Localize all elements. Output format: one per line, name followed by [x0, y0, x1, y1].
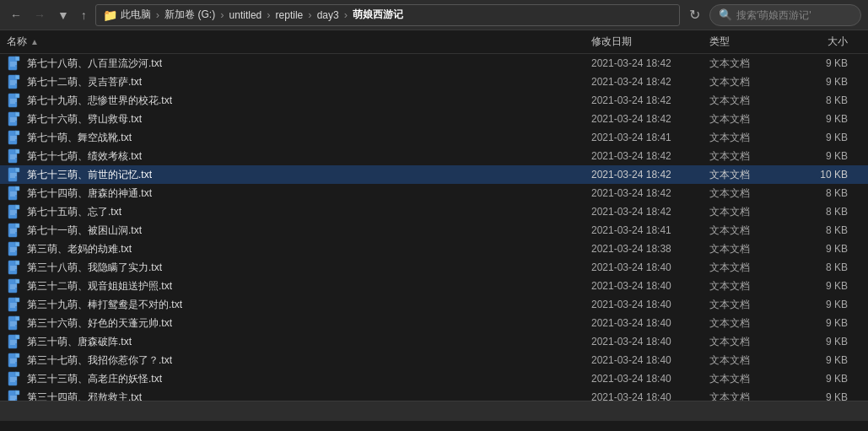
forward-button[interactable]: →: [30, 7, 49, 24]
table-row[interactable]: 第三十三萌、高老庄的妖怪.txt 2021-03-24 18:40 文本文档 9…: [0, 369, 868, 388]
table-row[interactable]: 第三萌、老妈的劫难.txt 2021-03-24 18:38 文本文档 9 KB: [0, 240, 868, 258]
table-row[interactable]: 第七十六萌、劈山救母.txt 2021-03-24 18:42 文本文档 9 K…: [0, 110, 868, 128]
file-type-icon: [7, 353, 22, 368]
recent-locations-button[interactable]: ▼: [54, 7, 73, 24]
breadcrumb-untitled: untitled: [229, 9, 262, 21]
file-type-icon: [7, 260, 22, 275]
col-type-header[interactable]: 类型: [709, 35, 794, 49]
table-row[interactable]: 第七十八萌、八百里流沙河.txt 2021-03-24 18:42 文本文档 9…: [0, 54, 868, 73]
file-type: 文本文档: [709, 186, 794, 201]
file-date: 2021-03-24 18:42: [591, 76, 709, 88]
file-name: 第三十九萌、棒打鸳鸯是不对的.txt: [27, 298, 591, 312]
table-row[interactable]: 第三十七萌、我招你惹你了？.txt 2021-03-24 18:40 文本文档 …: [0, 351, 868, 369]
file-date: 2021-03-24 18:42: [591, 187, 709, 199]
file-type: 文本文档: [709, 94, 794, 108]
file-type: 文本文档: [709, 57, 794, 71]
navbar: ← → ▼ ↑ 📁 此电脑 › 新加卷 (G:) › untitled › re…: [0, 0, 868, 30]
file-type-icon: [7, 204, 22, 219]
table-row[interactable]: 第七十四萌、唐森的神通.txt 2021-03-24 18:42 文本文档 8 …: [0, 184, 868, 202]
table-row[interactable]: 第三十四萌、邪敖救主.txt 2021-03-24 18:40 文本文档 9 K…: [0, 388, 868, 401]
file-size: 9 KB: [794, 113, 861, 125]
svg-rect-1: [15, 57, 19, 61]
file-type-icon: [7, 130, 22, 145]
svg-rect-41: [15, 205, 19, 209]
table-row[interactable]: 第三十八萌、我隐瞒了实力.txt 2021-03-24 18:40 文本文档 8…: [0, 258, 868, 277]
file-date: 2021-03-24 18:42: [591, 169, 709, 180]
refresh-button[interactable]: ↻: [685, 5, 704, 24]
svg-rect-11: [15, 94, 19, 98]
file-size: 9 KB: [794, 76, 861, 88]
file-date: 2021-03-24 18:40: [591, 261, 709, 273]
file-date: 2021-03-24 18:40: [591, 299, 709, 310]
file-type-icon: [7, 111, 22, 127]
file-name: 第三十二萌、观音姐姐送护照.txt: [27, 279, 591, 294]
file-type: 文本文档: [709, 131, 794, 145]
svg-rect-56: [15, 261, 19, 265]
file-size: 9 KB: [794, 280, 861, 292]
col-date-header[interactable]: 修改日期: [591, 35, 709, 49]
file-date: 2021-03-24 18:40: [591, 336, 709, 347]
file-type: 文本文档: [709, 75, 794, 89]
file-size: 9 KB: [794, 299, 861, 310]
file-name: 第三萌、老妈的劫难.txt: [27, 242, 591, 256]
file-type-icon: [7, 74, 22, 89]
table-row[interactable]: 第七十一萌、被困山洞.txt 2021-03-24 18:41 文本文档 8 K…: [0, 221, 868, 240]
file-rows-container: 第七十八萌、八百里流沙河.txt 2021-03-24 18:42 文本文档 9…: [0, 54, 868, 401]
search-bar[interactable]: 🔍: [709, 4, 861, 26]
file-type-icon: [7, 334, 22, 349]
file-type-icon: [7, 148, 22, 164]
svg-rect-6: [15, 75, 19, 79]
table-row[interactable]: 第七十五萌、忘了.txt 2021-03-24 18:42 文本文档 8 KB: [0, 202, 868, 221]
file-date: 2021-03-24 18:40: [591, 373, 709, 385]
file-size: 8 KB: [794, 94, 861, 106]
table-row[interactable]: 第三十九萌、棒打鸳鸯是不对的.txt 2021-03-24 18:40 文本文档…: [0, 295, 868, 314]
col-size-header[interactable]: 大小: [794, 35, 861, 49]
file-size: 8 KB: [794, 224, 861, 236]
svg-rect-86: [15, 372, 19, 376]
svg-rect-31: [15, 168, 19, 172]
col-name-header[interactable]: 名称 ▲: [7, 35, 591, 49]
file-name: 第七十四萌、唐森的神通.txt: [27, 186, 591, 201]
file-size: 8 KB: [794, 261, 861, 273]
file-size: 9 KB: [794, 354, 861, 366]
file-date: 2021-03-24 18:42: [591, 94, 709, 106]
file-name: 第七十三萌、前世的记忆.txt: [27, 168, 591, 182]
breadcrumb-pc: 此电脑: [121, 8, 151, 22]
file-name: 第七十六萌、劈山救母.txt: [27, 112, 591, 127]
search-input[interactable]: [736, 9, 846, 21]
table-row[interactable]: 第七十萌、舞空战靴.txt 2021-03-24 18:41 文本文档 9 KB: [0, 128, 868, 147]
file-name: 第七十一萌、被困山洞.txt: [27, 224, 591, 238]
file-type-icon: [7, 315, 22, 331]
address-bar[interactable]: 📁 此电脑 › 新加卷 (G:) › untitled › reptile › …: [95, 4, 680, 26]
file-type: 文本文档: [709, 168, 794, 182]
file-type-icon: [7, 167, 22, 182]
table-row[interactable]: 第三十二萌、观音姐姐送护照.txt 2021-03-24 18:40 文本文档 …: [0, 277, 868, 295]
file-size: 9 KB: [794, 391, 861, 401]
svg-rect-51: [15, 242, 19, 246]
file-date: 2021-03-24 18:40: [591, 317, 709, 329]
table-row[interactable]: 第七十二萌、灵吉菩萨.txt 2021-03-24 18:42 文本文档 9 K…: [0, 73, 868, 91]
table-row[interactable]: 第七十九萌、悲惨世界的校花.txt 2021-03-24 18:42 文本文档 …: [0, 91, 868, 110]
file-type: 文本文档: [709, 261, 794, 275]
file-name: 第七十九萌、悲惨世界的校花.txt: [27, 94, 591, 108]
file-name: 第三十萌、唐森破阵.txt: [27, 335, 591, 349]
table-row[interactable]: 第七十三萌、前世的记忆.txt 2021-03-24 18:42 文本文档 10…: [0, 165, 868, 184]
file-list-area: 名称 ▲ 修改日期 类型 大小 第七十八萌、八百里流沙河.txt 2021-03…: [0, 30, 868, 401]
file-name: 第七十五萌、忘了.txt: [27, 205, 591, 219]
svg-rect-76: [15, 335, 19, 339]
table-row[interactable]: 第七十七萌、绩效考核.txt 2021-03-24 18:42 文本文档 9 K…: [0, 147, 868, 165]
file-name: 第三十八萌、我隐瞒了实力.txt: [27, 261, 591, 275]
svg-rect-81: [15, 353, 19, 358]
file-name: 第三十三萌、高老庄的妖怪.txt: [27, 372, 591, 386]
file-size: 9 KB: [794, 132, 861, 143]
breadcrumb-current: 萌娘西游记: [353, 8, 403, 22]
table-row[interactable]: 第三十六萌、好色的天蓬元帅.txt 2021-03-24 18:40 文本文档 …: [0, 314, 868, 332]
file-date: 2021-03-24 18:42: [591, 206, 709, 218]
up-button[interactable]: ↑: [78, 7, 90, 24]
file-size: 9 KB: [794, 243, 861, 255]
back-button[interactable]: ←: [7, 7, 25, 24]
file-type-icon: [7, 390, 22, 401]
file-type-icon: [7, 297, 22, 312]
table-row[interactable]: 第三十萌、唐森破阵.txt 2021-03-24 18:40 文本文档 9 KB: [0, 332, 868, 351]
file-type-icon: [7, 56, 22, 71]
